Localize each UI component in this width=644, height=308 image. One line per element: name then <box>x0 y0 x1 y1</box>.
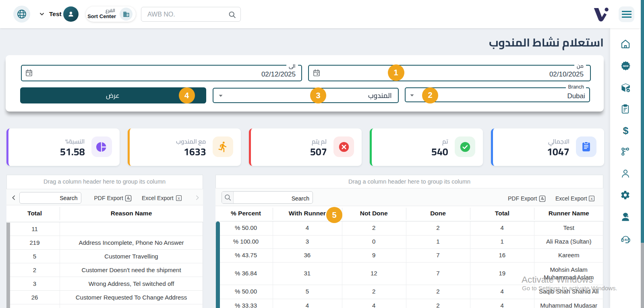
svg-text:X: X <box>590 197 593 201</box>
svg-text:X: X <box>178 196 180 201</box>
svg-text:$: $ <box>623 125 629 136</box>
svg-text:AI: AI <box>624 238 627 242</box>
svg-text:NEW: NEW <box>623 65 629 67</box>
